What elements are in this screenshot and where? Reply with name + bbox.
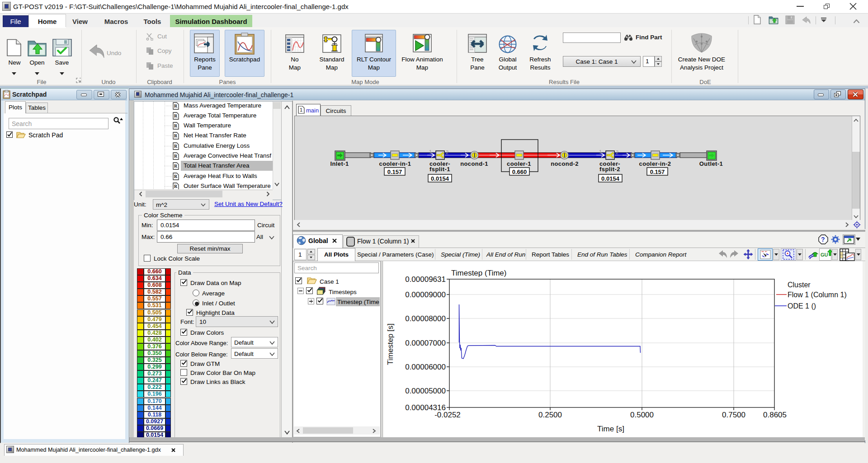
svg-text:0.157: 0.157: [650, 168, 665, 175]
svg-text:0.00007000: 0.00007000: [405, 339, 446, 347]
svg-text:R: R: [174, 133, 178, 138]
svg-text:0.00008000: 0.00008000: [405, 314, 446, 323]
svg-text:Time [s]: Time [s]: [597, 425, 624, 433]
svg-text:0.00009631: 0.00009631: [405, 275, 446, 284]
svg-text:Outlet-1: Outlet-1: [699, 160, 723, 167]
svg-text:?: ?: [821, 236, 825, 243]
svg-text:R: R: [174, 103, 178, 108]
svg-text:0.00006000: 0.00006000: [405, 363, 446, 371]
svg-text:0.660: 0.660: [512, 168, 527, 175]
svg-text:0.00005000: 0.00005000: [405, 387, 446, 395]
svg-text:R: R: [174, 154, 178, 159]
svg-text:R: R: [174, 113, 178, 118]
svg-text:R: R: [174, 164, 178, 168]
svg-text:Cluster: Cluster: [788, 281, 811, 289]
svg-text:Timestep (Time): Timestep (Time): [451, 269, 506, 277]
svg-text:1: 1: [429, 149, 432, 154]
svg-text:0.8605: 0.8605: [763, 411, 787, 419]
svg-text:1: 1: [300, 107, 302, 112]
svg-text:ODE 1 (): ODE 1 (): [788, 302, 816, 310]
svg-text:2: 2: [616, 150, 618, 155]
svg-text:0.0154: 0.0154: [431, 175, 449, 182]
svg-text:0.2500: 0.2500: [538, 411, 562, 419]
svg-text:0.0154: 0.0154: [601, 175, 620, 182]
svg-text:R: R: [174, 174, 178, 179]
svg-text:Inlet-1: Inlet-1: [330, 160, 349, 167]
svg-text:0.5000: 0.5000: [630, 411, 654, 419]
svg-text:cooler-in-2: cooler-in-2: [639, 160, 671, 167]
svg-text:nocond-2: nocond-2: [551, 160, 579, 167]
svg-text:R: R: [174, 144, 178, 149]
svg-text:2: 2: [446, 150, 448, 155]
svg-text:0.00009000: 0.00009000: [405, 290, 446, 299]
svg-text:Flow 1 (Column 1): Flow 1 (Column 1): [788, 291, 847, 299]
svg-text:Timestep [s]: Timestep [s]: [386, 323, 395, 365]
svg-text:1: 1: [599, 149, 602, 154]
svg-text:0.157: 0.157: [387, 168, 402, 175]
svg-text:R: R: [174, 123, 178, 128]
svg-text:-0.0252: -0.0252: [434, 411, 461, 419]
svg-text:cooler-1: cooler-1: [507, 160, 531, 167]
svg-text:R: R: [174, 184, 178, 189]
svg-text:0.7500: 0.7500: [722, 411, 745, 419]
svg-text:fsplit-1: fsplit-1: [429, 166, 450, 173]
svg-text:nocond-1: nocond-1: [460, 160, 488, 167]
svg-text:cooler-in-1: cooler-in-1: [379, 160, 411, 167]
svg-text:fsplit-2: fsplit-2: [599, 166, 620, 173]
